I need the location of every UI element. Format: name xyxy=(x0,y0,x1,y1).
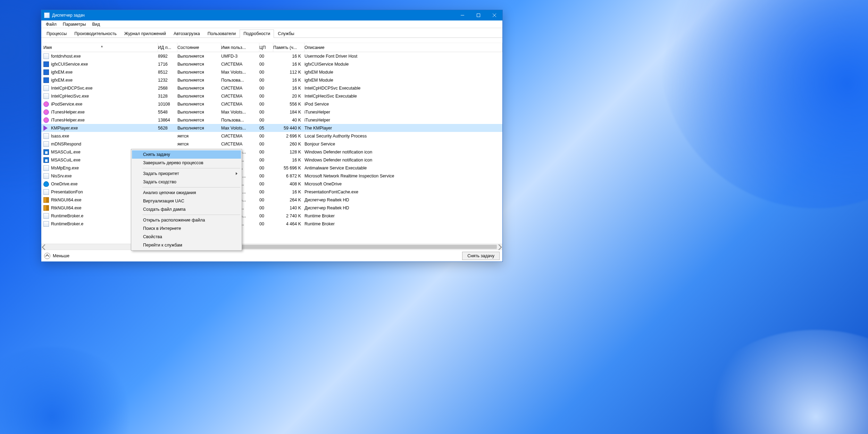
context-menu-item[interactable]: Снять задачу xyxy=(132,150,241,159)
menubar: ФайлПараметрыВид xyxy=(41,20,502,28)
close-button[interactable] xyxy=(486,10,502,20)
context-menu[interactable]: Снять задачуЗавершить дерево процессовЗа… xyxy=(131,149,242,251)
process-icon xyxy=(43,93,49,99)
col-header-user[interactable]: Имя польз... xyxy=(221,43,259,52)
process-grid: ▲ Имя ИД п... Состояние Имя польз... ЦП … xyxy=(41,43,502,244)
table-row[interactable]: iTunesHelper.exe5548ВыполняетсяMax Volot… xyxy=(41,108,502,116)
context-menu-separator xyxy=(142,168,240,168)
table-row[interactable]: KMPlayer.exe5628ВыполняетсяMax Volots...… xyxy=(41,124,502,132)
table-row[interactable]: iPodService.exe10108ВыполняетсяСИСТЕМА00… xyxy=(41,100,502,108)
table-row[interactable]: OneDrive.exeяетсяПользова...00408 KMicro… xyxy=(41,180,502,188)
end-task-button[interactable]: Снять задачу xyxy=(462,252,500,260)
table-row[interactable]: RtkNGUI64.exeяетсяПользова...00140 KДисп… xyxy=(41,204,502,212)
process-rows[interactable]: fontdrvhost.exe8992ВыполняетсяUMFD-30016… xyxy=(41,52,502,244)
process-icon xyxy=(43,109,49,115)
tab-производительность[interactable]: Производительность xyxy=(70,30,120,38)
tab-процессы[interactable]: Процессы xyxy=(43,30,70,38)
context-menu-item[interactable]: Анализ цепочки ожидания xyxy=(132,189,241,197)
table-row[interactable]: IntelCpHDCPSvc.exe2568ВыполняетсяСИСТЕМА… xyxy=(41,84,502,92)
table-row[interactable]: RuntimeBroker.eяетсяПользова...004 464 K… xyxy=(41,220,502,228)
context-menu-item[interactable]: Задать приоритет xyxy=(132,169,241,178)
table-row[interactable]: igfxCUIService.exe1716ВыполняетсяСИСТЕМА… xyxy=(41,60,502,68)
table-row[interactable]: IntelCpHeciSvc.exe3128ВыполняетсяСИСТЕМА… xyxy=(41,92,502,100)
svg-line-2 xyxy=(493,14,496,17)
context-menu-item[interactable]: Завершить дерево процессов xyxy=(132,159,241,167)
table-row[interactable]: fontdrvhost.exe8992ВыполняетсяUMFD-30016… xyxy=(41,52,502,60)
context-menu-item[interactable]: Создать файл дампа xyxy=(132,205,241,214)
tab-журнал приложений[interactable]: Журнал приложений xyxy=(120,30,170,38)
tabbar: ПроцессыПроизводительностьЖурнал приложе… xyxy=(41,28,502,38)
table-row[interactable]: RuntimeBroker.eяетсяMax Volots...002 740… xyxy=(41,212,502,220)
context-menu-item[interactable]: Поиск в Интернете xyxy=(132,224,241,233)
process-description: Microsoft Network Realtime Inspection Se… xyxy=(304,174,502,178)
table-row[interactable]: MSASCuiL.exeяетсяПользова...0016 KWindow… xyxy=(41,156,502,164)
context-menu-item[interactable]: Открыть расположение файла xyxy=(132,216,241,224)
process-description: Диспетчер Realtek HD xyxy=(304,206,502,210)
process-description: Microsoft OneDrive xyxy=(304,182,502,186)
window-title: Диспетчер задач xyxy=(52,13,85,18)
tab-автозагрузка[interactable]: Автозагрузка xyxy=(170,30,204,38)
table-row[interactable]: mDNSRespondяетсяСИСТЕМА00260 KBonjour Se… xyxy=(41,140,502,148)
window-controls xyxy=(454,10,502,20)
table-row[interactable]: igfxEM.exe8512ВыполняетсяMax Volots...00… xyxy=(41,68,502,76)
process-state: Выполняется xyxy=(177,118,221,123)
tab-пользователи[interactable]: Пользователи xyxy=(204,30,240,38)
process-pid: 3128 xyxy=(158,94,177,99)
col-header-cpu[interactable]: ЦП xyxy=(259,43,273,52)
col-header-desc[interactable]: Описание xyxy=(304,43,502,52)
process-memory: 59 440 K xyxy=(273,126,304,131)
process-cpu: 00 xyxy=(259,206,273,210)
menu-файл[interactable]: Файл xyxy=(43,21,60,27)
col-header-pid[interactable]: ИД п... xyxy=(158,43,177,52)
process-user: СИСТЕМА xyxy=(221,94,259,99)
scrollbar-thumb[interactable] xyxy=(208,245,497,249)
process-icon xyxy=(43,85,49,91)
process-state: Выполняется xyxy=(177,126,221,131)
table-row[interactable]: iTunesHelper.exe13864ВыполняетсяПользова… xyxy=(41,116,502,124)
table-row[interactable]: RtkNGUI64.exeяетсяMax Volots...00264 KДи… xyxy=(41,196,502,204)
process-memory: 2 740 K xyxy=(273,214,304,218)
process-name: iPodService.exe xyxy=(51,102,82,107)
process-state: яется xyxy=(177,134,221,139)
process-user: Пользова... xyxy=(221,78,259,83)
context-menu-item[interactable]: Перейти к службам xyxy=(132,241,241,249)
process-memory: 4 464 K xyxy=(273,222,304,226)
table-row[interactable]: igfxEM.exe1232ВыполняетсяПользова...0016… xyxy=(41,76,502,84)
process-pid: 8992 xyxy=(158,54,177,59)
process-memory: 408 K xyxy=(273,182,304,186)
menu-параметры[interactable]: Параметры xyxy=(60,21,89,27)
minimize-button[interactable] xyxy=(454,10,470,20)
menu-вид[interactable]: Вид xyxy=(89,21,103,27)
process-description: Antimalware Service Executable xyxy=(304,166,502,170)
table-row[interactable]: MsMpEng.exeяетсяСИСТЕМА0055 696 KAntimal… xyxy=(41,164,502,172)
fewer-details-button[interactable]: Меньше xyxy=(44,253,69,259)
context-menu-item[interactable]: Свойства xyxy=(132,233,241,241)
context-menu-item[interactable]: Виртуализация UAC xyxy=(132,197,241,205)
context-menu-item[interactable]: Задать сходство xyxy=(132,178,241,186)
table-row[interactable]: PresentationFonяетсяLOCAL SE...0016 KPre… xyxy=(41,188,502,196)
process-icon xyxy=(43,189,49,195)
table-row[interactable]: NisSrv.exeяетсяLOCAL SE...006 872 KMicro… xyxy=(41,172,502,180)
process-memory: 16 K xyxy=(273,190,304,194)
process-name: IntelCpHeciSvc.exe xyxy=(51,94,89,99)
maximize-button[interactable] xyxy=(470,10,486,20)
process-name: KMPlayer.exe xyxy=(51,126,78,131)
fewer-details-label: Меньше xyxy=(53,253,69,258)
task-manager-icon xyxy=(44,12,50,18)
horizontal-scrollbar[interactable] xyxy=(41,244,502,250)
titlebar[interactable]: Диспетчер задач xyxy=(41,10,502,20)
process-memory: 2 696 K xyxy=(273,134,304,139)
col-header-state[interactable]: Состояние xyxy=(177,43,221,52)
process-description: The KMPlayer xyxy=(304,126,502,131)
process-icon xyxy=(43,149,49,155)
tab-подробности[interactable]: Подробности xyxy=(240,30,274,38)
task-manager-window: Диспетчер задач ФайлПараметрыВид Процесс… xyxy=(41,10,503,262)
table-row[interactable]: lsass.exeяетсяСИСТЕМА002 696 KLocal Secu… xyxy=(41,132,502,140)
process-cpu: 00 xyxy=(259,182,273,186)
process-icon xyxy=(43,117,49,123)
process-state: Выполняется xyxy=(177,70,221,75)
process-description: iTunesHelper xyxy=(304,118,502,123)
col-header-memory[interactable]: Память (ч... xyxy=(273,43,304,52)
table-row[interactable]: MSASCuiL.exeяетсяMax Volots...00128 KWin… xyxy=(41,148,502,156)
tab-службы[interactable]: Службы xyxy=(274,30,298,38)
